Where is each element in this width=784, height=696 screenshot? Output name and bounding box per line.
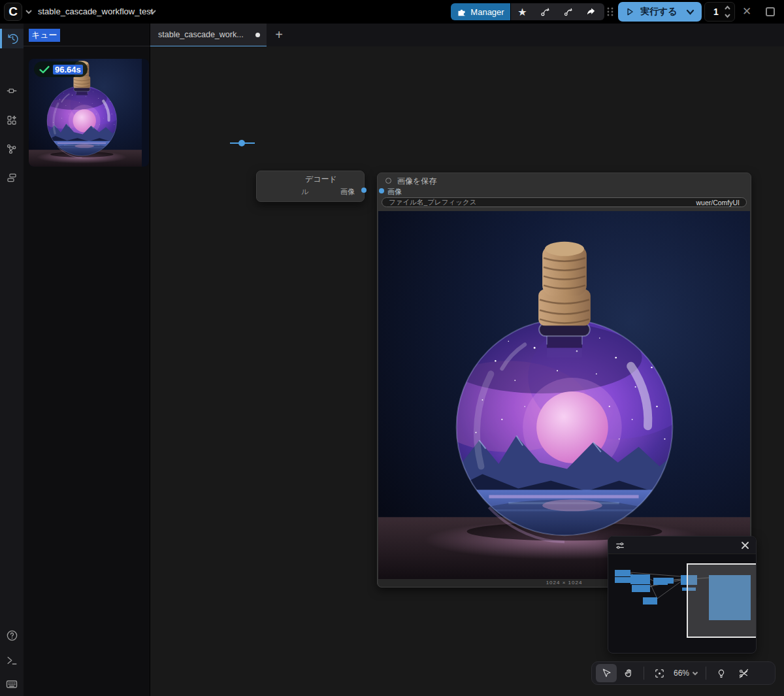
minimap-body[interactable]: [608, 554, 756, 653]
link-image: [229, 138, 256, 148]
terminal-icon: [6, 654, 18, 667]
sidebar-item-templates[interactable]: [0, 168, 24, 188]
minimap-header: [608, 537, 756, 554]
history-icon: [7, 33, 19, 45]
minimap-viewport[interactable]: [687, 563, 756, 638]
hand-icon: [623, 668, 634, 679]
templates-icon: [6, 172, 18, 184]
cursor-icon: [601, 668, 612, 678]
zoom-level-control[interactable]: 66%: [671, 669, 701, 678]
keyboard-icon: [5, 678, 18, 691]
focus-icon: [654, 668, 665, 679]
run-options-chevron-icon[interactable]: [686, 9, 694, 15]
sidebar-item-queue-history[interactable]: [0, 29, 24, 48]
minimap-panel[interactable]: [608, 536, 757, 654]
app-window: デコード ル 画像 画像を保存 画像 ファイル名_プレフィックス wuer/Co…: [0, 0, 784, 696]
lightbulb-icon: [716, 668, 727, 678]
minimap-node: [615, 570, 630, 576]
node-save-image[interactable]: 画像を保存 画像 ファイル名_プレフィックス wuer/ComfyUI 1024…: [377, 173, 751, 588]
job-status-badge: 96.64s: [34, 61, 88, 77]
decode-node-title: デコード: [305, 174, 337, 185]
toggle-hint-button[interactable]: [711, 664, 732, 682]
undo-icon[interactable]: [534, 3, 557, 20]
fit-view-button[interactable]: [649, 664, 670, 682]
canvas-toolbar: 66%: [591, 661, 776, 685]
filename-prefix-label: ファイル名_プレフィックス: [389, 198, 477, 207]
window-icon[interactable]: [766, 7, 775, 16]
queue-panel-header: キュー: [24, 24, 150, 46]
save-node-title: 画像を保存: [397, 176, 436, 187]
sidebar-item-workflows[interactable]: [0, 139, 24, 159]
minimap-node: [615, 577, 630, 583]
generated-image[interactable]: [378, 211, 750, 579]
minimap-node: [630, 574, 650, 584]
filename-prefix-widget[interactable]: ファイル名_プレフィックス wuer/ComfyUI: [382, 197, 747, 207]
select-tool-button[interactable]: [596, 664, 617, 682]
help-icon: [6, 629, 18, 642]
sidebar-item-terminal[interactable]: [0, 650, 24, 670]
decode-output-port[interactable]: [361, 188, 367, 193]
new-tab-button[interactable]: +: [267, 24, 291, 46]
queue-panel: キュー 96.64s: [24, 24, 150, 696]
comfyui-logo[interactable]: C: [4, 3, 22, 21]
scissors-off-icon: [738, 668, 749, 679]
manager-button[interactable]: Manager: [451, 3, 510, 20]
save-input-label: 画像: [387, 187, 402, 197]
minimap-node: [632, 585, 650, 592]
sidebar-icon-strip: [0, 24, 24, 696]
topbar-actions: ★: [511, 3, 604, 20]
batch-count-input[interactable]: 1: [704, 2, 735, 22]
close-icon[interactable]: ✕: [740, 5, 753, 18]
node-map-icon: [6, 143, 18, 155]
decode-node-output-label: 画像: [340, 187, 355, 197]
workflow-title-chevron-icon[interactable]: [149, 9, 157, 14]
zoom-level-value: 66%: [674, 669, 689, 678]
increment-icon[interactable]: [724, 5, 731, 10]
minimap-close-icon[interactable]: [741, 541, 749, 550]
minimap-node: [664, 578, 674, 584]
zoom-chevron-icon: [692, 671, 698, 676]
puzzle-icon: [457, 7, 466, 17]
link-midpoint-dot: [238, 140, 245, 146]
top-menubar: C stable_cascade_workflow_test Manager ★: [0, 0, 784, 24]
minimap-settings-icon[interactable]: [615, 540, 625, 551]
queue-panel-title: キュー: [29, 29, 60, 42]
pan-tool-button[interactable]: [618, 664, 639, 682]
unsaved-dot-icon: [255, 33, 260, 37]
sidebar-item-models[interactable]: [0, 81, 24, 101]
decode-node-input-label: ル: [301, 187, 308, 197]
redo-icon[interactable]: [557, 3, 580, 20]
favorites-star-icon[interactable]: ★: [511, 3, 534, 20]
filename-prefix-value: wuer/ComfyUI: [696, 199, 740, 207]
toolbar-divider: [706, 667, 706, 680]
plug-icon: [6, 85, 18, 97]
node-vae-decode[interactable]: デコード ル 画像: [256, 171, 365, 202]
run-button[interactable]: 実行する: [618, 2, 702, 22]
tab-label: stable_cascade_work...: [158, 30, 250, 39]
play-icon: [625, 7, 634, 16]
sidebar-item-help[interactable]: [0, 625, 24, 645]
sidebar-item-node-library[interactable]: [0, 110, 24, 130]
job-duration: 96.64s: [53, 65, 83, 75]
workflow-tabbar: stable_cascade_work... +: [150, 24, 784, 46]
logo-menu-chevron-icon[interactable]: [25, 9, 33, 14]
collapse-dot[interactable]: [385, 178, 391, 184]
decrement-icon[interactable]: [724, 13, 731, 18]
workflow-title[interactable]: stable_cascade_workflow_test: [38, 0, 153, 24]
node-library-icon: [6, 114, 18, 126]
success-check-icon: [39, 65, 50, 74]
sidebar-item-shortcuts[interactable]: [0, 674, 24, 694]
toggle-link-visibility-button[interactable]: [733, 664, 754, 682]
save-image-input-port[interactable]: [379, 188, 384, 193]
tab-stable-cascade-workflow[interactable]: stable_cascade_work...: [150, 24, 267, 46]
toolbar-divider: [644, 667, 644, 680]
drag-handle[interactable]: [606, 7, 614, 17]
share-icon[interactable]: [580, 3, 602, 20]
minimap-node: [643, 597, 657, 605]
